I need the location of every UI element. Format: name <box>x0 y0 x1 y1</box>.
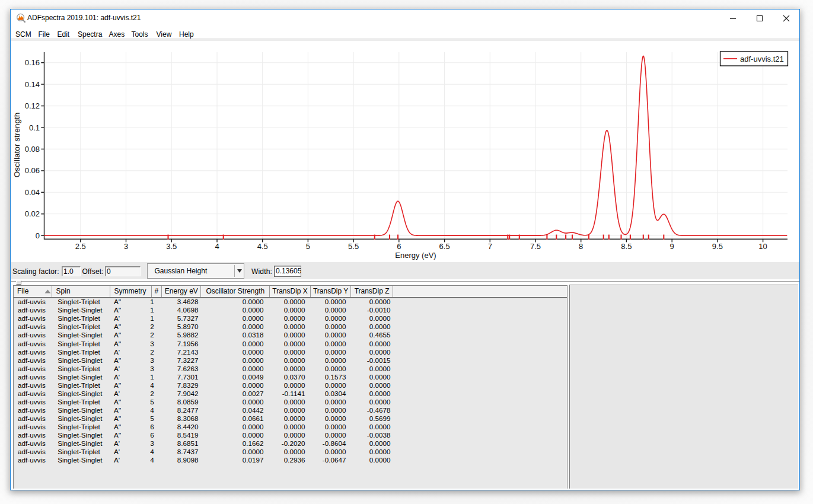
svg-text:5.5: 5.5 <box>348 242 359 251</box>
svg-text:6.5: 6.5 <box>439 242 450 251</box>
svg-text:7.5: 7.5 <box>530 242 541 251</box>
svg-text:adf-uvvis.t21: adf-uvvis.t21 <box>740 55 784 63</box>
svg-text:0: 0 <box>36 231 40 240</box>
svg-text:0.04: 0.04 <box>25 188 40 197</box>
svg-text:9: 9 <box>670 242 674 251</box>
svg-text:5: 5 <box>306 242 310 251</box>
svg-text:0.1: 0.1 <box>29 123 40 132</box>
svg-text:10: 10 <box>758 242 767 251</box>
svg-text:0.14: 0.14 <box>25 80 40 89</box>
svg-text:8: 8 <box>579 242 583 251</box>
svg-text:6: 6 <box>397 242 401 251</box>
svg-text:8.5: 8.5 <box>621 242 632 251</box>
svg-text:0.08: 0.08 <box>25 145 40 154</box>
svg-text:Energy (eV): Energy (eV) <box>395 251 436 260</box>
svg-text:0.12: 0.12 <box>25 101 40 110</box>
svg-text:7: 7 <box>488 242 492 251</box>
svg-text:4: 4 <box>215 242 219 251</box>
svg-text:0.16: 0.16 <box>25 58 40 67</box>
svg-text:0.06: 0.06 <box>25 166 40 175</box>
svg-text:3.5: 3.5 <box>166 242 177 251</box>
svg-text:3: 3 <box>124 242 128 251</box>
svg-text:9.5: 9.5 <box>712 242 723 251</box>
svg-text:2.5: 2.5 <box>75 242 86 251</box>
svg-text:4.5: 4.5 <box>257 242 268 251</box>
svg-text:Oscillator strength: Oscillator strength <box>12 113 21 178</box>
svg-text:0.02: 0.02 <box>25 209 40 218</box>
